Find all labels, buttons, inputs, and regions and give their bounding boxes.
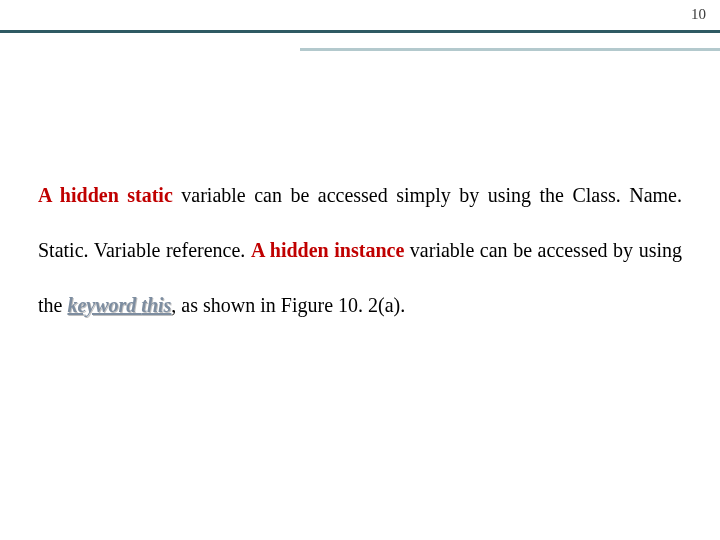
page-number: 10 [691, 6, 706, 23]
text-hidden-instance: A hidden instance [251, 239, 404, 261]
text-hidden-static: A hidden static [38, 184, 173, 206]
divider-bottom [300, 48, 720, 51]
slide: 10 A hidden static variable can be acces… [0, 0, 720, 540]
divider-top [0, 30, 720, 33]
text-seg-5: , as shown in Figure 10. 2(a). [171, 294, 405, 316]
keyword-keyword: keyword [67, 294, 141, 316]
keyword-this: this [141, 294, 171, 316]
body-text: A hidden static variable can be accessed… [38, 168, 682, 333]
